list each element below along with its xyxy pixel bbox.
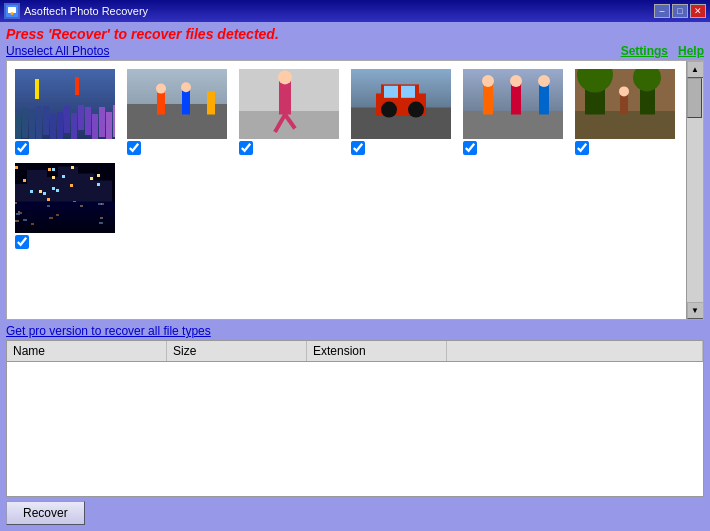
photo-thumb-5 [463,69,563,139]
list-item [349,67,457,157]
photo-checkbox-6[interactable] [575,141,589,155]
file-table: Name Size Extension [6,340,704,497]
window-controls: – □ ✕ [654,4,706,18]
photo-thumb-7 [15,163,115,233]
photo-grid-container[interactable] [7,61,686,319]
column-extension: Extension [307,341,447,361]
file-table-header: Name Size Extension [7,341,703,362]
top-row: Unselect All Photos Settings Help [6,44,704,58]
photo-thumb-4 [351,69,451,139]
scroll-thumb[interactable] [687,78,702,118]
photo-thumb-6 [575,69,675,139]
photo-checkbox-1[interactable] [15,141,29,155]
app-icon [4,3,20,19]
photo-thumb-2 [127,69,227,139]
window-title: Asoftech Photo Recovery [24,5,654,17]
minimize-button[interactable]: – [654,4,670,18]
list-item [461,67,569,157]
list-item [13,161,121,251]
column-name: Name [7,341,167,361]
list-item [573,67,681,157]
photo-thumb-1 [15,69,115,139]
main-content: Press 'Recover' to recover files detecte… [0,22,710,531]
close-button[interactable]: ✕ [690,4,706,18]
column-rest [447,341,703,361]
settings-link[interactable]: Settings [621,44,668,58]
top-links: Settings Help [621,44,704,58]
maximize-button[interactable]: □ [672,4,688,18]
photo-checkbox-3[interactable] [239,141,253,155]
scroll-down-button[interactable]: ▼ [687,302,704,319]
file-table-body [7,362,703,496]
photo-checkbox-7[interactable] [15,235,29,249]
unselect-all-link[interactable]: Unselect All Photos [6,44,109,58]
photo-thumb-3 [239,69,339,139]
photo-checkbox-5[interactable] [463,141,477,155]
list-item [237,67,345,157]
recover-button[interactable]: Recover [6,501,85,525]
list-item [13,67,121,157]
title-bar: Asoftech Photo Recovery – □ ✕ [0,0,710,22]
photo-scrollbar: ▲ ▼ [686,61,703,319]
help-link[interactable]: Help [678,44,704,58]
list-item [125,67,233,157]
column-size: Size [167,341,307,361]
scroll-track [687,78,703,302]
photo-checkbox-4[interactable] [351,141,365,155]
svg-point-2 [11,12,14,15]
pro-version-link[interactable]: Get pro version to recover all file type… [6,324,704,338]
scroll-up-button[interactable]: ▲ [687,61,704,78]
photo-panel: ▲ ▼ [6,60,704,320]
photo-grid [11,65,682,253]
photo-checkbox-2[interactable] [127,141,141,155]
header-message: Press 'Recover' to recover files detecte… [6,26,704,42]
